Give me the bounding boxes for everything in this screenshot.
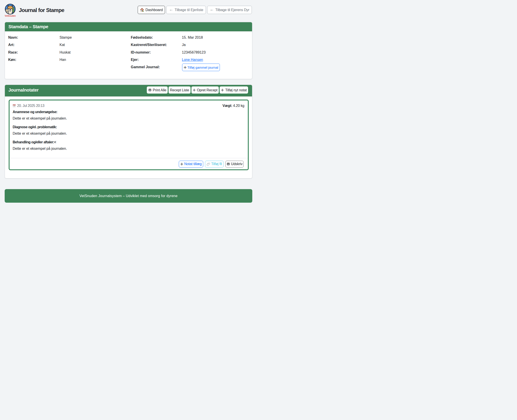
svg-text:17: 17 bbox=[14, 105, 15, 107]
